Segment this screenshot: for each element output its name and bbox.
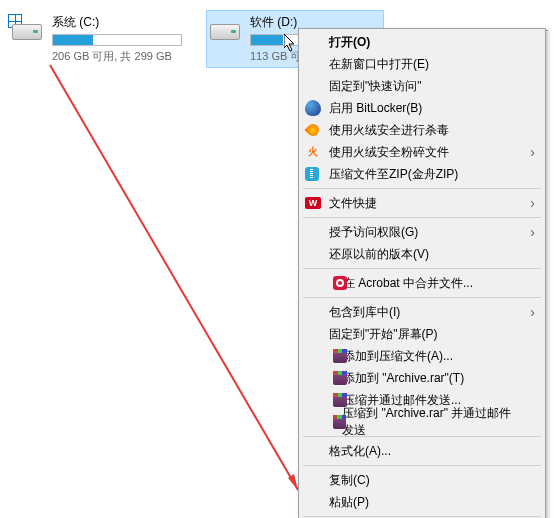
menu-open[interactable]: 打开(O) xyxy=(301,31,543,53)
svg-line-0 xyxy=(50,65,298,490)
drive-c[interactable]: 系统 (C:) 206 GB 可用, 共 299 GB xyxy=(8,10,186,68)
menu-bitlocker[interactable]: 启用 BitLocker(B) xyxy=(301,97,543,119)
context-menu: 打开(O) 在新窗口中打开(E) 固定到"快速访问" 启用 BitLocker(… xyxy=(298,28,546,518)
menu-restore-previous[interactable]: 还原以前的版本(V) xyxy=(301,243,543,265)
menu-separator xyxy=(303,516,541,517)
drive-icon xyxy=(210,16,242,40)
flame-icon xyxy=(305,122,321,138)
huorong-icon: 火 xyxy=(305,144,321,160)
menu-pin-quick-access[interactable]: 固定到"快速访问" xyxy=(301,75,543,97)
acrobat-icon xyxy=(333,276,347,290)
svg-marker-1 xyxy=(288,474,298,490)
menu-separator xyxy=(303,217,541,218)
zip-icon xyxy=(305,167,319,181)
shield-icon xyxy=(305,100,321,116)
menu-format[interactable]: 格式化(A)... xyxy=(301,440,543,462)
menu-include-library[interactable]: 包含到库中(I) xyxy=(301,301,543,323)
annotation-arrow xyxy=(40,60,320,510)
menu-open-new-window[interactable]: 在新窗口中打开(E) xyxy=(301,53,543,75)
menu-grant-access[interactable]: 授予访问权限(G) xyxy=(301,221,543,243)
wps-icon: W xyxy=(305,197,321,209)
menu-separator xyxy=(303,188,541,189)
rar-icon xyxy=(333,349,347,363)
drive-name: 系统 (C:) xyxy=(52,14,182,31)
drive-status: 206 GB 可用, 共 299 GB xyxy=(52,49,182,64)
menu-add-archive-rar[interactable]: 添加到 "Archive.rar"(T) xyxy=(301,367,543,389)
menu-huorong-shred[interactable]: 火使用火绒安全粉碎文件 xyxy=(301,141,543,163)
rar-icon xyxy=(333,415,346,429)
menu-pin-start[interactable]: 固定到"开始"屏幕(P) xyxy=(301,323,543,345)
drive-icon xyxy=(12,16,44,40)
menu-huorong-scan[interactable]: 使用火绒安全进行杀毒 xyxy=(301,119,543,141)
rar-icon xyxy=(333,371,347,385)
menu-paste[interactable]: 粘贴(P) xyxy=(301,491,543,513)
menu-copy[interactable]: 复制(C) xyxy=(301,469,543,491)
menu-compress-rar-email[interactable]: 压缩到 "Archive.rar" 并通过邮件发送 xyxy=(301,411,543,433)
menu-separator xyxy=(303,297,541,298)
menu-add-archive[interactable]: 添加到压缩文件(A)... xyxy=(301,345,543,367)
menu-compress-zip[interactable]: 压缩文件至ZIP(金舟ZIP) xyxy=(301,163,543,185)
drive-usage-bar xyxy=(52,34,182,46)
menu-wps-quick[interactable]: W文件快捷 xyxy=(301,192,543,214)
menu-separator xyxy=(303,465,541,466)
menu-separator xyxy=(303,268,541,269)
menu-acrobat-combine[interactable]: 在 Acrobat 中合并文件... xyxy=(301,272,543,294)
